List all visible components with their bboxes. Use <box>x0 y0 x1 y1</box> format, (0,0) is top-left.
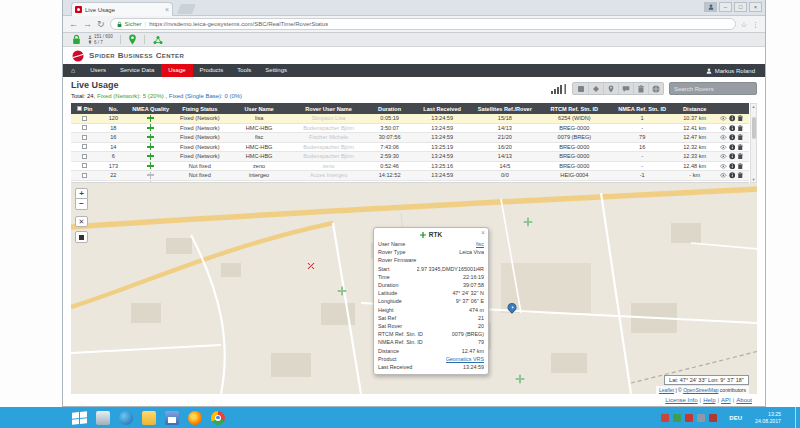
column-header-rtcm-ref-stn-id[interactable]: RTCM Ref. Stn. ID <box>539 103 610 114</box>
footer-link-api[interactable]: API <box>721 397 731 403</box>
fullscreen-button[interactable]: ✕ <box>75 216 88 227</box>
column-header-pin[interactable]: Pin <box>71 103 98 114</box>
column-header-distance[interactable]: Distance <box>674 103 715 114</box>
row-checkbox[interactable] <box>82 163 87 168</box>
user-menu[interactable]: Markus Roland <box>706 68 765 74</box>
table-row[interactable]: 18Fixed (Network)HMC-HBGBodenspacher Bjö… <box>71 124 749 134</box>
window-minimize-button[interactable]: – <box>719 2 732 12</box>
eye-icon[interactable] <box>720 134 727 141</box>
table-row[interactable]: 22Not fixedintergeoAcces Intergeo14:12:5… <box>71 171 749 181</box>
save-icon[interactable] <box>165 411 179 425</box>
map[interactable]: + − ✕ RTK × User NamefiscRover TypeLeica… <box>71 183 757 394</box>
footer-link-license-info[interactable]: License Info <box>665 397 697 403</box>
eye-icon[interactable] <box>720 153 727 160</box>
trash-icon[interactable] <box>633 83 648 94</box>
column-header-satellites-ref-rover[interactable]: Satellites Ref./Rover <box>471 103 539 114</box>
table-row[interactable]: 6Fixed (Network)HMC-HBGBodenspacher Björ… <box>71 152 749 162</box>
info-icon[interactable] <box>729 163 736 170</box>
tray-icon-4[interactable] <box>697 414 705 422</box>
table-row[interactable]: 173Not fixedzenozeno0:52:4613:25:1614/5B… <box>71 162 749 172</box>
table-row[interactable]: 16Fixed (Network)fiscFischer Michele30:0… <box>71 133 749 143</box>
start-button-icon[interactable] <box>72 411 87 425</box>
column-header-fixing-status[interactable]: Fixing Status <box>173 103 227 114</box>
map-marker-green-cross[interactable] <box>338 287 347 296</box>
folder-icon[interactable] <box>142 411 156 425</box>
info-icon[interactable] <box>729 115 736 122</box>
nav-item-settings[interactable]: Settings <box>258 64 294 77</box>
column-header-no-[interactable]: No. <box>98 103 129 114</box>
eye-icon[interactable] <box>720 172 727 179</box>
window-maximize-button[interactable]: □ <box>734 2 747 12</box>
nav-item-service-data[interactable]: Service Data <box>113 64 161 77</box>
trash-icon[interactable] <box>737 125 744 132</box>
info-icon[interactable] <box>729 172 736 179</box>
trash-icon[interactable] <box>737 163 744 170</box>
map-marker-green-cross[interactable] <box>524 218 533 227</box>
trash-icon[interactable] <box>737 115 744 122</box>
explorer-icon[interactable] <box>96 411 110 425</box>
row-checkbox[interactable] <box>82 173 87 178</box>
info-icon[interactable] <box>729 125 736 132</box>
popup-close-icon[interactable]: × <box>481 229 485 236</box>
trash-icon[interactable] <box>737 172 744 179</box>
column-header-user-name[interactable]: User Name <box>227 103 291 114</box>
nav-item-tools[interactable]: Tools <box>230 64 258 77</box>
scroll-down-icon[interactable]: ▼ <box>752 177 756 182</box>
column-header-duration[interactable]: Duration <box>366 103 413 114</box>
row-checkbox[interactable] <box>82 135 87 140</box>
popup-value[interactable]: Geomatics VRS <box>446 355 484 363</box>
map-marker-green-cross[interactable] <box>516 375 525 384</box>
footer-link-about[interactable]: About <box>736 397 752 403</box>
forward-icon[interactable]: → <box>83 20 92 29</box>
row-checkbox[interactable] <box>82 144 87 149</box>
map-pin-button-icon[interactable] <box>128 34 137 45</box>
firefox-icon[interactable] <box>188 411 202 425</box>
internet-explorer-icon[interactable] <box>119 411 133 425</box>
row-checkbox[interactable] <box>82 154 87 159</box>
nav-item-usage[interactable]: Usage <box>161 64 192 77</box>
window-close-button[interactable]: × <box>749 2 762 12</box>
url-omnibox[interactable]: Sicher | https://nvsdemo.leica-geosystem… <box>110 18 736 30</box>
scroll-up-icon[interactable]: ▲ <box>752 104 756 109</box>
row-checkbox[interactable] <box>82 125 87 130</box>
info-icon[interactable] <box>729 153 736 160</box>
network-nodes-icon[interactable] <box>152 35 164 45</box>
new-tab-button[interactable] <box>177 4 196 14</box>
eye-icon[interactable] <box>720 163 727 170</box>
browser-profile-icon[interactable] <box>704 2 717 12</box>
table-row[interactable]: 14Fixed (Network)HMC-HBGBodenspacher Bjö… <box>71 143 749 153</box>
tray-icon-3[interactable] <box>685 414 693 422</box>
tray-icon-2[interactable] <box>673 414 681 422</box>
back-icon[interactable]: ← <box>69 20 78 29</box>
eye-icon[interactable] <box>720 115 727 122</box>
select-all-checkbox[interactable] <box>77 106 82 111</box>
trash-icon[interactable] <box>737 144 744 151</box>
eye-icon[interactable] <box>720 144 727 151</box>
signal-bars-icon[interactable] <box>551 84 567 94</box>
info-icon[interactable] <box>729 134 736 141</box>
popup-value[interactable]: fisc <box>476 240 484 248</box>
leaflet-link[interactable]: Leaflet <box>659 387 674 393</box>
column-header-nmea-quality[interactable]: NMEA Quality <box>129 103 173 114</box>
extent-button[interactable] <box>75 231 88 243</box>
search-input[interactable] <box>669 82 757 95</box>
pin-icon[interactable] <box>603 83 618 94</box>
taskbar-clock[interactable]: 13:25 24.08.2017 <box>755 411 781 424</box>
column-header-nmea-ref-stn-id[interactable]: NMEA Ref. Stn. ID <box>610 103 674 114</box>
zoom-out-button[interactable]: − <box>75 199 88 210</box>
browser-menu-icon[interactable]: ⋮ <box>752 21 759 28</box>
tab-close-icon[interactable]: × <box>165 6 169 13</box>
nav-item-users[interactable]: Users <box>83 64 113 77</box>
tray-icon-5[interactable] <box>709 414 717 422</box>
row-checkbox[interactable] <box>82 116 87 121</box>
zoom-in-button[interactable]: + <box>75 188 88 199</box>
globe-icon[interactable] <box>648 83 663 94</box>
browser-tab[interactable]: Live Usage × <box>71 2 173 16</box>
scrollbar-thumb[interactable] <box>752 117 756 139</box>
chrome-icon[interactable] <box>211 411 225 425</box>
chat-icon[interactable] <box>618 83 633 94</box>
trash-icon[interactable] <box>737 153 744 160</box>
column-header-last-received[interactable]: Last Received <box>413 103 471 114</box>
keyboard-language[interactable]: DEU <box>729 415 742 421</box>
home-icon[interactable]: ⌂ <box>63 64 83 77</box>
